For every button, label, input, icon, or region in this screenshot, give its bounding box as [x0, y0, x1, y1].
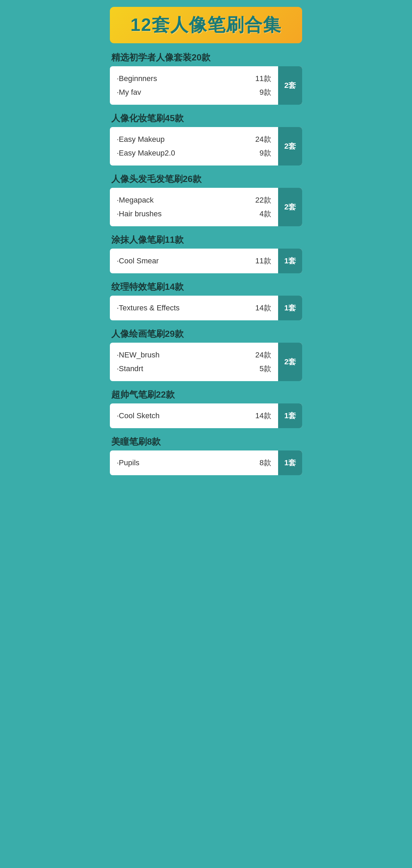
card-content-textures: ·Textures & Effects14款: [110, 296, 278, 320]
card-makeup: ·Easy Makeup24款·Easy Makeup2.09款2套: [110, 127, 302, 165]
sections-container: 精选初学者人像套装20款·Beginnners11款·My fav9款2套人像化…: [110, 52, 302, 475]
brush-count: 5款: [244, 364, 271, 374]
section-hair: 人像头发毛发笔刷26款·Megapack22款·Hair brushes4款2套: [110, 173, 302, 226]
section-beginners: 精选初学者人像套装20款·Beginnners11款·My fav9款2套: [110, 52, 302, 105]
brush-row: ·Beginnners11款: [117, 72, 271, 85]
card-badge-makeup: 2套: [278, 127, 302, 165]
brush-count: 22款: [244, 195, 271, 205]
brush-count: 8款: [244, 458, 271, 468]
brush-name: ·Beginnners: [117, 74, 244, 83]
section-title-smear: 涂抹人像笔刷11款: [110, 234, 302, 246]
card-badge-cool: 1套: [278, 403, 302, 428]
brush-count: 24款: [244, 134, 271, 145]
brush-row: ·Hair brushes4款: [117, 207, 271, 221]
brush-count: 9款: [244, 148, 271, 158]
brush-name: ·Easy Makeup: [117, 135, 244, 144]
section-title-pupils: 美瞳笔刷8款: [110, 436, 302, 448]
page-title: 12套人像笔刷合集: [113, 13, 299, 37]
card-content-hair: ·Megapack22款·Hair brushes4款: [110, 188, 278, 226]
card-badge-hair: 2套: [278, 188, 302, 226]
card-badge-textures: 1套: [278, 296, 302, 320]
brush-count: 11款: [244, 73, 271, 84]
brush-count: 24款: [244, 350, 271, 360]
section-title-makeup: 人像化妆笔刷45款: [110, 112, 302, 124]
brush-row: ·Megapack22款: [117, 193, 271, 207]
brush-count: 9款: [244, 87, 271, 98]
card-hair: ·Megapack22款·Hair brushes4款2套: [110, 188, 302, 226]
brush-name: ·Textures & Effects: [117, 304, 244, 312]
brush-count: 4款: [244, 209, 271, 219]
brush-row: ·Cool Smear11款: [117, 254, 271, 268]
card-content-beginners: ·Beginnners11款·My fav9款: [110, 66, 278, 105]
brush-name: ·Cool Sketch: [117, 411, 244, 420]
card-badge-painting: 2套: [278, 343, 302, 381]
section-title-cool: 超帅气笔刷22款: [110, 389, 302, 401]
card-beginners: ·Beginnners11款·My fav9款2套: [110, 66, 302, 105]
card-pupils: ·Pupils8款1套: [110, 450, 302, 475]
section-title-beginners: 精选初学者人像套装20款: [110, 52, 302, 64]
section-makeup: 人像化妆笔刷45款·Easy Makeup24款·Easy Makeup2.09…: [110, 112, 302, 165]
card-content-cool: ·Cool Sketch14款: [110, 403, 278, 428]
card-textures: ·Textures & Effects14款1套: [110, 296, 302, 320]
brush-row: ·Easy Makeup2.09款: [117, 146, 271, 160]
brush-name: ·Megapack: [117, 196, 244, 205]
brush-row: ·My fav9款: [117, 85, 271, 99]
section-cool: 超帅气笔刷22款·Cool Sketch14款1套: [110, 389, 302, 428]
brush-name: ·Easy Makeup2.0: [117, 149, 244, 158]
brush-count: 11款: [244, 256, 271, 266]
brush-count: 14款: [244, 411, 271, 421]
brush-name: ·My fav: [117, 88, 244, 97]
section-title-painting: 人像绘画笔刷29款: [110, 328, 302, 340]
main-container: 12套人像笔刷合集 精选初学者人像套装20款·Beginnners11款·My …: [103, 0, 309, 493]
brush-row: ·Easy Makeup24款: [117, 133, 271, 146]
brush-row: ·Standrt5款: [117, 362, 271, 376]
section-smear: 涂抹人像笔刷11款·Cool Smear11款1套: [110, 234, 302, 273]
card-smear: ·Cool Smear11款1套: [110, 249, 302, 273]
brush-name: ·Standrt: [117, 364, 244, 373]
main-title-block: 12套人像笔刷合集: [110, 7, 302, 43]
section-textures: 纹理特效笔刷14款·Textures & Effects14款1套: [110, 281, 302, 320]
brush-name: ·NEW_brush: [117, 351, 244, 359]
card-content-makeup: ·Easy Makeup24款·Easy Makeup2.09款: [110, 127, 278, 165]
section-painting: 人像绘画笔刷29款·NEW_brush24款·Standrt5款2套: [110, 328, 302, 381]
section-title-textures: 纹理特效笔刷14款: [110, 281, 302, 293]
section-pupils: 美瞳笔刷8款·Pupils8款1套: [110, 436, 302, 475]
brush-name: ·Hair brushes: [117, 209, 244, 218]
brush-row: ·Cool Sketch14款: [117, 409, 271, 423]
card-content-smear: ·Cool Smear11款: [110, 249, 278, 273]
section-title-hair: 人像头发毛发笔刷26款: [110, 173, 302, 185]
card-badge-beginners: 2套: [278, 66, 302, 105]
card-content-pupils: ·Pupils8款: [110, 450, 278, 475]
card-content-painting: ·NEW_brush24款·Standrt5款: [110, 343, 278, 381]
brush-count: 14款: [244, 303, 271, 313]
brush-name: ·Cool Smear: [117, 256, 244, 265]
brush-row: ·Textures & Effects14款: [117, 301, 271, 315]
card-badge-pupils: 1套: [278, 450, 302, 475]
brush-row: ·Pupils8款: [117, 456, 271, 470]
card-painting: ·NEW_brush24款·Standrt5款2套: [110, 343, 302, 381]
brush-row: ·NEW_brush24款: [117, 348, 271, 362]
brush-name: ·Pupils: [117, 458, 244, 467]
card-cool: ·Cool Sketch14款1套: [110, 403, 302, 428]
card-badge-smear: 1套: [278, 249, 302, 273]
